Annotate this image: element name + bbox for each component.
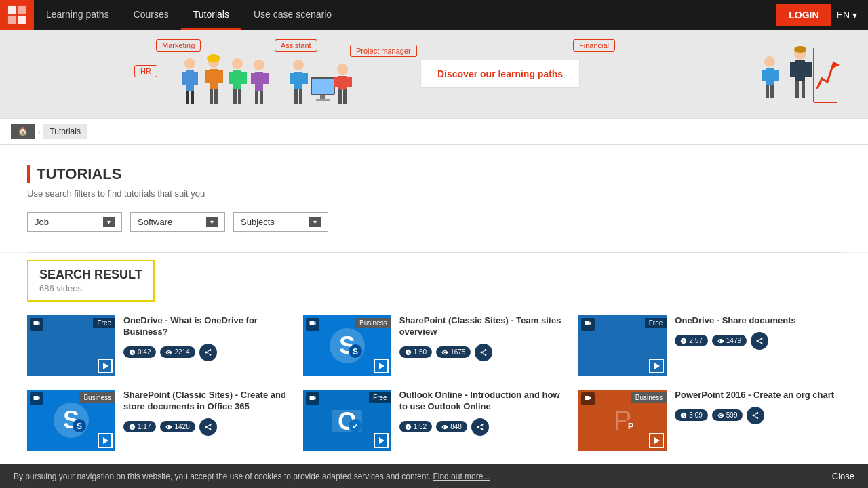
video-duration: 2:57 — [675, 335, 707, 346]
video-duration: 0:42 — [123, 346, 156, 358]
filter-subjects[interactable]: Subjects ▾ — [233, 212, 328, 232]
svg-rect-6 — [182, 72, 187, 85]
video-card: Free OneDrive - What is OneDrive for Bus… — [27, 315, 290, 376]
chevron-down-icon: ▾ — [852, 9, 857, 20]
svg-rect-9 — [191, 91, 194, 104]
video-info: OneDrive - What is OneDrive for Business… — [123, 315, 290, 361]
share-button[interactable] — [199, 418, 217, 436]
video-title[interactable]: Outlook Online - Introduction and how to… — [399, 390, 566, 413]
video-title[interactable]: OneDrive - What is OneDrive for Business… — [123, 315, 290, 338]
play-button[interactable] — [374, 359, 389, 373]
svg-rect-36 — [312, 79, 334, 94]
video-title[interactable]: PowerPoint 2016 - Create an org chart — [675, 390, 841, 401]
language-selector[interactable]: EN ▾ — [837, 9, 857, 20]
tag-hr[interactable]: HR — [134, 65, 157, 77]
share-button[interactable] — [471, 418, 489, 436]
svg-rect-28 — [260, 91, 263, 104]
video-card: Free OneDrive - Share documents 2:57 147… — [578, 315, 841, 376]
svg-rect-1 — [18, 6, 26, 14]
video-thumbnail[interactable]: S S Business — [303, 315, 391, 376]
video-title[interactable]: SharePoint (Classic Sites) - Create and … — [123, 390, 290, 413]
banner: Marketing Assistant Project manager Fina… — [0, 30, 868, 118]
play-button[interactable] — [649, 433, 664, 448]
video-badge: Free — [645, 318, 667, 328]
svg-rect-13 — [205, 70, 211, 83]
filter-software[interactable]: Software ▾ — [130, 212, 225, 232]
video-info: Outlook Online - Introduction and how to… — [399, 390, 566, 436]
play-button[interactable] — [98, 433, 113, 448]
svg-rect-51 — [802, 81, 805, 98]
video-thumbnail[interactable]: S S Business — [27, 390, 115, 451]
video-info: PowerPoint 2016 - Create an org chart 3:… — [675, 390, 841, 424]
svg-rect-38 — [316, 99, 330, 101]
share-button[interactable] — [475, 344, 492, 361]
svg-rect-43 — [338, 89, 342, 104]
nav-links: Learning paths Courses Tutorials Use cas… — [34, 0, 344, 30]
login-button[interactable]: LOGIN — [776, 4, 831, 26]
share-button[interactable] — [751, 332, 768, 350]
video-camera-icon — [581, 392, 595, 405]
svg-rect-60 — [770, 85, 774, 98]
breadcrumb-home[interactable]: 🏠 — [11, 124, 35, 139]
nav-tutorials[interactable]: Tutorials — [181, 0, 241, 30]
video-card: S S Business SharePoint (Classic Sites) … — [303, 315, 566, 376]
discover-button[interactable]: Discover our learning paths — [420, 60, 580, 88]
play-button[interactable] — [374, 433, 389, 448]
video-thumbnail[interactable]: Free — [27, 315, 115, 376]
svg-rect-22 — [238, 89, 241, 104]
top-navigation: Learning paths Courses Tutorials Use cas… — [0, 0, 868, 30]
svg-text:S: S — [353, 347, 358, 357]
video-thumbnail[interactable]: P P Business — [578, 390, 667, 451]
svg-point-55 — [764, 56, 775, 67]
filter-software-arrow: ▾ — [206, 217, 218, 227]
nav-courses[interactable]: Courses — [121, 0, 181, 30]
svg-point-23 — [254, 60, 264, 70]
video-badge: Free — [93, 318, 115, 328]
svg-rect-48 — [790, 62, 797, 77]
nav-use-case[interactable]: Use case scenario — [241, 0, 344, 30]
video-badge: Business — [355, 318, 391, 328]
play-button[interactable] — [98, 359, 113, 373]
svg-point-4 — [184, 58, 195, 69]
svg-rect-26 — [263, 73, 269, 84]
svg-rect-59 — [766, 85, 769, 98]
svg-rect-15 — [210, 89, 213, 104]
filter-job[interactable]: Job ▾ — [27, 212, 122, 232]
svg-point-29 — [293, 60, 304, 70]
svg-rect-16 — [214, 89, 218, 104]
tag-financial[interactable]: Financial — [573, 39, 615, 52]
video-grid: Free OneDrive - What is OneDrive for Bus… — [27, 315, 841, 451]
banner-illustration-center — [278, 50, 366, 118]
video-thumbnail[interactable]: Free — [578, 315, 667, 376]
share-button[interactable] — [199, 344, 217, 361]
video-title[interactable]: SharePoint (Classic Sites) - Team sites … — [399, 315, 566, 338]
video-title[interactable]: OneDrive - Share documents — [675, 315, 841, 327]
svg-rect-3 — [18, 16, 26, 24]
video-meta: 3:09 599 — [675, 407, 841, 424]
video-badge: Business — [79, 392, 115, 403]
svg-rect-31 — [290, 73, 296, 84]
svg-rect-25 — [251, 73, 256, 84]
filter-job-arrow: ▾ — [103, 217, 115, 227]
video-views: 1479 — [712, 335, 747, 346]
banner-illustration-right — [732, 41, 841, 118]
svg-rect-21 — [233, 89, 237, 104]
video-badge: Business — [631, 392, 667, 403]
play-button[interactable] — [649, 359, 664, 373]
video-duration: 1:50 — [399, 346, 432, 358]
video-views: 1675 — [436, 346, 471, 358]
video-duration: 1:52 — [399, 421, 432, 432]
video-duration: 1:17 — [123, 421, 156, 432]
video-camera-icon — [30, 318, 43, 331]
svg-rect-19 — [229, 72, 235, 84]
svg-rect-8 — [186, 91, 189, 104]
nav-learning-paths[interactable]: Learning paths — [34, 0, 121, 30]
video-info: OneDrive - Share documents 2:57 1479 — [675, 315, 841, 350]
svg-rect-41 — [334, 77, 340, 87]
svg-point-11 — [207, 54, 220, 62]
video-thumbnail[interactable]: O ✓ Free — [303, 390, 391, 451]
logo[interactable] — [0, 0, 34, 30]
share-button[interactable] — [747, 407, 764, 424]
svg-rect-27 — [255, 91, 258, 104]
svg-rect-7 — [193, 72, 198, 85]
